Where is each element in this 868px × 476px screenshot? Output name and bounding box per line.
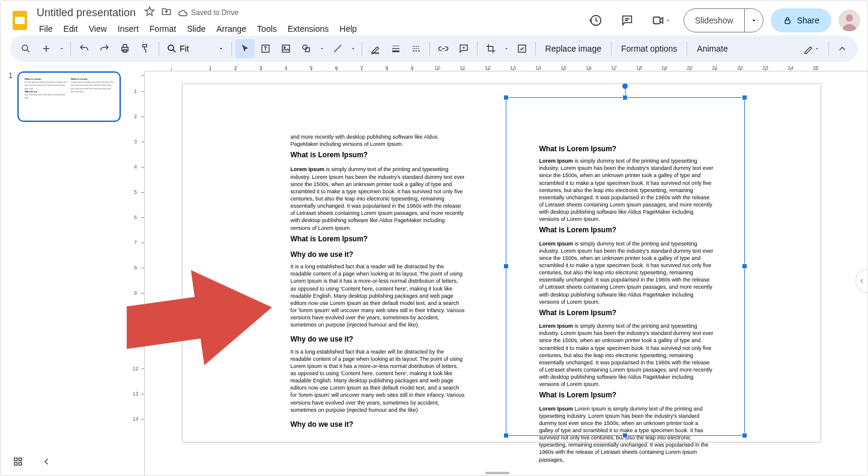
menu-view[interactable]: View bbox=[84, 22, 112, 36]
svg-rect-3 bbox=[785, 20, 790, 23]
slide-canvas[interactable]: and more recently with desktop publishin… bbox=[182, 83, 821, 442]
link-icon[interactable] bbox=[434, 39, 453, 58]
slide-number: 1 bbox=[7, 71, 13, 122]
menu-help[interactable]: Help bbox=[335, 22, 362, 36]
menu-arrange[interactable]: Arrange bbox=[211, 22, 251, 36]
new-slide-dropdown[interactable] bbox=[57, 39, 67, 58]
menu-extensions[interactable]: Extensions bbox=[283, 22, 333, 36]
reset-image-icon[interactable] bbox=[512, 39, 532, 58]
slide-thumbnail-1[interactable]: What is LoremLorem ipsum dolor sit amet … bbox=[17, 71, 121, 122]
replace-image-button[interactable]: Replace image bbox=[539, 44, 607, 53]
resize-handle-se[interactable] bbox=[742, 433, 747, 438]
star-icon[interactable] bbox=[144, 6, 155, 19]
svg-point-13 bbox=[284, 47, 285, 48]
svg-point-5 bbox=[846, 14, 853, 22]
menu-edit[interactable]: Edit bbox=[59, 22, 83, 36]
filmstrip: 1 What is LoremLorem ipsum dolor sit ame… bbox=[1, 62, 127, 475]
svg-point-6 bbox=[22, 45, 28, 50]
search-menus-icon[interactable] bbox=[16, 39, 35, 58]
paint-format-icon[interactable] bbox=[136, 39, 155, 58]
line-dropdown[interactable] bbox=[348, 39, 358, 58]
resize-handle-s[interactable] bbox=[622, 433, 628, 438]
menu-format[interactable]: Format bbox=[145, 22, 181, 36]
resize-handle-ne[interactable] bbox=[742, 95, 747, 100]
hide-menus-icon[interactable] bbox=[833, 39, 852, 58]
comments-icon[interactable] bbox=[615, 8, 639, 32]
slideshow-button: Slideshow bbox=[684, 8, 763, 32]
border-weight-icon[interactable] bbox=[386, 39, 405, 58]
animate-button[interactable]: Animate bbox=[691, 44, 733, 53]
svg-rect-18 bbox=[19, 458, 22, 461]
resize-handle-n[interactable] bbox=[622, 95, 628, 100]
svg-point-10 bbox=[168, 45, 174, 50]
undo-icon[interactable] bbox=[74, 39, 94, 58]
menu-file[interactable]: File bbox=[34, 22, 58, 36]
share-button[interactable]: Share bbox=[771, 8, 831, 32]
crop-icon[interactable] bbox=[481, 39, 500, 58]
doc-title[interactable]: Untitled presentation bbox=[34, 5, 138, 20]
svg-rect-8 bbox=[123, 44, 127, 47]
svg-rect-16 bbox=[518, 45, 526, 52]
slideshow-dropdown[interactable] bbox=[745, 17, 763, 24]
meet-icon[interactable] bbox=[646, 8, 676, 32]
svg-rect-20 bbox=[19, 463, 22, 466]
crop-dropdown[interactable] bbox=[502, 39, 511, 58]
speaker-notes-grip[interactable] bbox=[485, 472, 509, 474]
comment-icon[interactable] bbox=[454, 39, 473, 58]
toolbar: Fit Replace image Format options Animate bbox=[10, 35, 858, 62]
svg-rect-19 bbox=[14, 463, 17, 466]
history-icon[interactable] bbox=[584, 8, 608, 32]
selection-box[interactable] bbox=[506, 97, 745, 436]
textbox-icon[interactable] bbox=[256, 39, 275, 58]
collapse-filmstrip-icon[interactable] bbox=[41, 456, 52, 469]
print-icon[interactable] bbox=[115, 39, 135, 58]
border-color-icon[interactable] bbox=[366, 39, 385, 58]
format-options-button[interactable]: Format options bbox=[615, 44, 683, 53]
canvas-area: 1234567891011121314151617181920212223242… bbox=[127, 62, 867, 475]
select-tool-icon[interactable] bbox=[235, 39, 255, 58]
resize-handle-w[interactable] bbox=[503, 264, 509, 269]
border-dash-icon[interactable] bbox=[407, 39, 426, 58]
red-arrow-annotation bbox=[127, 264, 285, 375]
image-icon[interactable] bbox=[276, 39, 296, 58]
account-avatar[interactable] bbox=[839, 10, 860, 31]
grid-view-icon[interactable] bbox=[13, 456, 23, 469]
menu-bar: File Edit View Insert Format Slide Arran… bbox=[34, 22, 584, 36]
zoom-control[interactable]: Fit bbox=[163, 43, 228, 54]
line-icon[interactable] bbox=[328, 39, 347, 58]
horizontal-ruler[interactable]: 1234567891011121314151617181920212223242… bbox=[145, 62, 867, 71]
shape-dropdown[interactable] bbox=[317, 39, 327, 58]
svg-rect-1 bbox=[15, 17, 25, 24]
menu-slide[interactable]: Slide bbox=[182, 22, 210, 36]
slides-logo[interactable] bbox=[8, 8, 32, 32]
cloud-status[interactable]: Saved to Drive bbox=[178, 7, 238, 18]
move-icon[interactable] bbox=[161, 6, 172, 19]
resize-handle-e[interactable] bbox=[742, 264, 747, 269]
menu-tools[interactable]: Tools bbox=[252, 22, 282, 36]
redo-icon[interactable] bbox=[95, 39, 114, 58]
shape-icon[interactable] bbox=[297, 39, 316, 58]
svg-rect-17 bbox=[14, 458, 17, 461]
rotate-handle[interactable] bbox=[622, 83, 628, 89]
slideshow-main[interactable]: Slideshow bbox=[684, 9, 745, 32]
editing-mode-icon[interactable] bbox=[798, 39, 825, 58]
svg-rect-2 bbox=[654, 17, 660, 24]
resize-handle-sw[interactable] bbox=[503, 433, 509, 438]
textbox-left[interactable]: and more recently with desktop publishin… bbox=[291, 133, 465, 433]
new-slide-icon[interactable] bbox=[37, 39, 56, 58]
svg-rect-12 bbox=[282, 45, 290, 52]
resize-handle-nw[interactable] bbox=[503, 95, 509, 100]
menu-insert[interactable]: Insert bbox=[113, 22, 144, 36]
